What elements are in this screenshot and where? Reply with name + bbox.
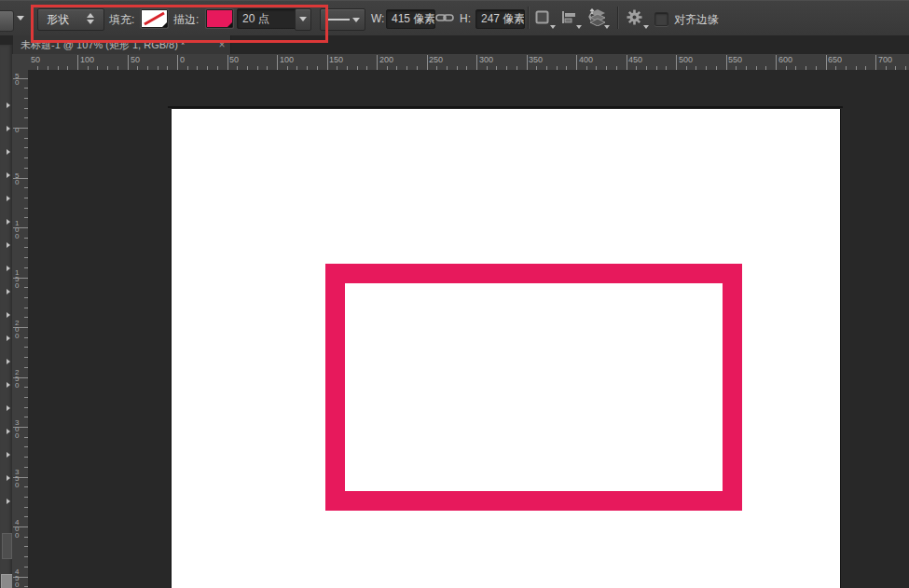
tool-flyout-triangle-icon xyxy=(7,405,10,411)
document-tab[interactable]: 未标题-1 @ 107% (矩形 1, RGB/8) * xyxy=(13,35,231,54)
h-ruler-number: 50 xyxy=(31,55,40,64)
chevron-down-icon xyxy=(550,25,556,29)
tool-flyout-triangle-icon xyxy=(7,475,10,481)
align-edges-label: 对齐边缘 xyxy=(674,12,719,28)
chevron-down-icon xyxy=(576,25,582,29)
separator xyxy=(617,7,618,29)
horizontal-ruler[interactable]: 5010050050100150200250300350400450500550… xyxy=(28,54,909,71)
tool-flyout-triangle-icon xyxy=(7,196,10,201)
tool-flyout-triangle-icon xyxy=(7,499,10,504)
tab-close-icon[interactable]: × xyxy=(214,35,229,54)
v-ruler-number: 2 5 0 xyxy=(15,369,19,389)
chevron-down-icon xyxy=(299,17,307,21)
h-ruler-number: 400 xyxy=(579,55,593,64)
v-ruler-number: 3 5 0 xyxy=(15,469,19,488)
chevron-down-icon xyxy=(352,18,360,22)
document-tab-bar: 未标题-1 @ 107% (矩形 1, RGB/8) * × xyxy=(0,35,909,55)
width-label: W: xyxy=(371,12,384,25)
tool-preset-icon[interactable] xyxy=(0,10,14,32)
v-ruler-number: 1 0 0 xyxy=(15,220,19,239)
h-ruler-number: 50 xyxy=(131,55,140,64)
height-label: H: xyxy=(460,12,471,25)
stroke-style-select[interactable] xyxy=(320,8,365,31)
gear-icon[interactable] xyxy=(627,9,642,25)
path-arrangement-icon[interactable] xyxy=(587,8,606,26)
stroke-width-input[interactable]: 20 点 xyxy=(237,8,298,29)
stroke-width-value: 20 点 xyxy=(242,12,269,25)
options-bar: 形状 填充: 描边: 20 点 xyxy=(0,0,909,36)
h-ruler-number: 200 xyxy=(379,55,393,64)
tool-flyout-triangle-icon xyxy=(7,126,10,131)
toolbox-color-swatch[interactable] xyxy=(2,533,12,559)
tool-flyout-triangle-icon xyxy=(7,242,10,248)
v-ruler-number: 5 0 xyxy=(15,73,19,86)
h-ruler-number: 150 xyxy=(329,55,343,64)
h-ruler-number: 700 xyxy=(878,55,892,64)
h-ruler-number: 250 xyxy=(429,55,443,64)
tool-flyout-triangle-icon xyxy=(7,429,10,434)
document-top-edge-line xyxy=(168,106,843,108)
h-ruler-number: 100 xyxy=(280,55,294,64)
tool-flyout-triangle-icon xyxy=(7,289,10,294)
stroke-label: 描边: xyxy=(173,12,199,28)
chevron-down-icon xyxy=(643,25,649,29)
shape-width-input[interactable]: 415 像素 xyxy=(386,9,435,29)
h-ruler-number: 50 xyxy=(229,55,239,64)
document-tab-title: 未标题-1 @ 107% (矩形 1, RGB/8) * xyxy=(21,39,185,50)
v-ruler-number: 5 0 xyxy=(15,172,19,185)
ruler-corner[interactable] xyxy=(12,54,29,71)
swatch-corner-arrow-icon xyxy=(162,22,167,27)
v-ruler-number: 2 0 0 xyxy=(15,320,19,339)
shape-height-value: 247 像素 xyxy=(481,12,525,25)
tool-mode-select[interactable]: 形状 xyxy=(37,8,104,31)
v-ruler-number: 4 0 0 xyxy=(15,519,19,539)
h-ruler-number: 100 xyxy=(80,55,94,64)
tool-flyout-triangle-icon xyxy=(7,266,10,271)
stroke-width-dropdown-button[interactable] xyxy=(295,8,311,31)
toolbox-edge-strip[interactable] xyxy=(0,45,13,588)
align-edges-checkbox[interactable] xyxy=(654,12,668,26)
solid-line-icon xyxy=(325,19,350,21)
v-ruler-number: 0 xyxy=(15,127,19,133)
chevron-down-icon xyxy=(604,25,610,29)
stroke-swatch[interactable] xyxy=(206,9,233,28)
h-ruler-number: 300 xyxy=(479,55,493,64)
canvas-area[interactable] xyxy=(28,70,909,588)
v-ruler-number: 3 0 0 xyxy=(15,419,19,439)
tool-flyout-triangle-icon xyxy=(7,172,10,178)
link-dimensions-icon[interactable] xyxy=(435,12,454,23)
tool-flyout-triangle-icon xyxy=(7,312,10,318)
tool-flyout-triangle-icon xyxy=(7,149,10,155)
h-ruler-number: 0 xyxy=(180,55,185,64)
pink-rectangle-shape[interactable] xyxy=(325,264,742,511)
tool-flyout-triangle-icon xyxy=(7,103,10,108)
tool-flyout-triangle-icon xyxy=(7,359,10,364)
h-ruler-number: 650 xyxy=(828,55,842,64)
tool-flyout-triangle-icon xyxy=(7,452,10,458)
h-ruler-number: 350 xyxy=(529,55,543,64)
v-ruler-number: 1 5 0 xyxy=(15,269,19,289)
path-alignment-icon[interactable] xyxy=(561,10,576,24)
h-ruler-number: 450 xyxy=(628,55,642,64)
h-ruler-number: 600 xyxy=(778,55,792,64)
shape-height-input[interactable]: 247 像素 xyxy=(475,9,525,29)
swatch-corner-arrow-icon xyxy=(227,22,232,27)
fill-swatch[interactable] xyxy=(141,9,168,28)
tool-mode-label: 形状 xyxy=(47,12,69,28)
h-ruler-number: 500 xyxy=(679,55,693,64)
h-ruler-number: 550 xyxy=(728,55,742,64)
path-operations-icon[interactable] xyxy=(535,10,549,24)
tool-preset-chevron-down-icon[interactable] xyxy=(17,16,24,21)
tool-flyout-triangle-icon xyxy=(7,382,10,388)
separator xyxy=(528,7,529,29)
fill-label: 填充: xyxy=(109,12,134,28)
tool-flyout-triangle-icon xyxy=(7,219,10,225)
vertical-ruler[interactable]: 5 005 01 0 01 5 02 0 02 5 03 0 03 5 04 0… xyxy=(12,70,29,588)
photoshop-window: 形状 填充: 描边: 20 点 xyxy=(0,0,909,588)
v-ruler-number: 4 5 0 xyxy=(15,568,19,588)
up-down-spinner-icon xyxy=(87,13,94,24)
shape-width-value: 415 像素 xyxy=(392,12,435,25)
tool-flyout-triangle-icon xyxy=(7,335,10,341)
